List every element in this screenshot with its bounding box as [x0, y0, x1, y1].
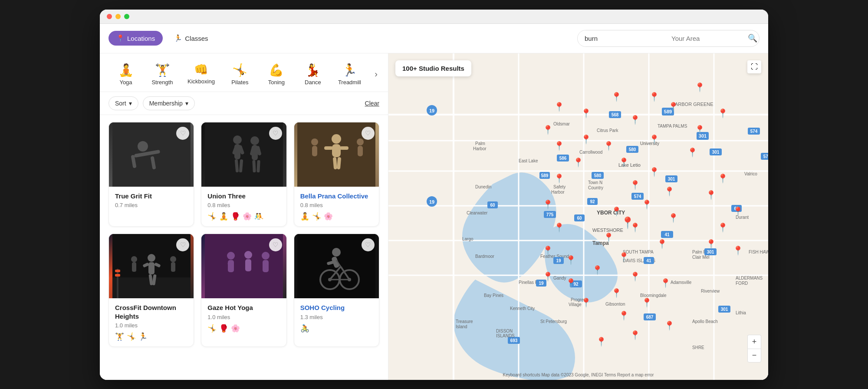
search-button[interactable]: 🔍 [743, 33, 760, 43]
svg-text:301: 301 [699, 133, 707, 138]
svg-rect-22 [324, 146, 333, 150]
pilates-label: Pilates [231, 79, 248, 86]
card-body-bella-prana: Bella Prana Collective 0.8 miles 🧘 🤸 🌸 [294, 187, 379, 227]
clear-button[interactable]: Clear [365, 100, 379, 107]
svg-rect-44 [132, 262, 136, 272]
dance-icon: 💃 [305, 63, 320, 77]
search-input[interactable] [578, 30, 664, 46]
card-name-true-grit: True Grit Fit [115, 192, 187, 201]
svg-text:Harbor: Harbor [473, 146, 487, 151]
card-body-crossfit: CrossFit Downtown Heights 1.0 miles 🏋 🤸 … [109, 298, 194, 346]
tag-cycle: 🚴 [300, 324, 309, 333]
favorite-union-three[interactable]: ♡ [269, 127, 282, 140]
svg-text:19: 19 [556, 258, 561, 263]
pilates-icon: 🤸 [232, 63, 247, 77]
svg-rect-42 [171, 262, 175, 272]
studio-card-soho[interactable]: ♡ SOHO Cycling 1.3 miles 🚴 [294, 234, 379, 347]
svg-text:Palm: Palm [475, 141, 485, 146]
svg-text:ISLANDS: ISLANDS [496, 333, 515, 338]
svg-text:19: 19 [429, 108, 434, 113]
svg-text:92: 92 [573, 282, 579, 287]
svg-rect-33 [115, 270, 120, 272]
svg-rect-27 [312, 146, 317, 156]
close-dot[interactable] [107, 14, 112, 19]
membership-button[interactable]: Membership ▾ [143, 96, 195, 110]
locations-tab[interactable]: 📍 Locations [108, 31, 163, 46]
map-panel: 19 19 589 301 ARBOR GREENE TAMPA PALMS U… [388, 53, 768, 380]
sort-chevron: ▾ [129, 100, 132, 107]
category-kickboxing[interactable]: 👊 Kickboxing [181, 60, 221, 88]
svg-text:Bardmoor: Bardmoor [475, 254, 495, 259]
favorite-soho[interactable]: ♡ [362, 238, 375, 251]
svg-text:St Petersburg: St Petersburg [540, 319, 567, 324]
classes-tab[interactable]: 🏃 Classes [166, 31, 216, 46]
studio-card-crossfit[interactable]: ♡ CrossFit Downtown Heights 1.0 miles 🏋 … [108, 234, 194, 347]
svg-text:FORD: FORD [736, 281, 748, 286]
toning-icon: 💪 [269, 63, 284, 77]
studio-card-bella-prana[interactable]: ♡ Bella Prana Collective 0.8 miles 🧘 🤸 🌸 [294, 122, 379, 227]
map-fullscreen-button[interactable]: ⛶ [747, 60, 761, 73]
app-container: 📍 Locations 🏃 Classes 🔍 ✕ [100, 24, 768, 380]
svg-rect-23 [340, 146, 349, 150]
svg-text:SOUTH TAMPA: SOUTH TAMPA [623, 250, 654, 254]
browser-window: 📍 Locations 🏃 Classes 🔍 ✕ [100, 10, 768, 380]
svg-text:693: 693 [510, 338, 518, 343]
studio-card-gaze[interactable]: ♡ Gaze Hot Yoga 1.0 miles 🤸 🥊 🌸 [201, 234, 286, 347]
card-tags-bella-prana: 🧘 🤸 🌸 [300, 212, 373, 221]
studio-card-true-grit[interactable]: ♡ True Grit Fit 0.7 miles [108, 122, 194, 227]
minimize-dot[interactable] [115, 14, 121, 19]
svg-text:589: 589 [541, 173, 549, 178]
svg-text:Oldsmar: Oldsmar [553, 122, 570, 126]
svg-rect-29 [358, 146, 363, 156]
svg-text:Citrus Park: Citrus Park [597, 128, 618, 133]
category-treadmill[interactable]: 🏃 Treadmill [332, 60, 367, 88]
category-strength[interactable]: 🏋 Strength [145, 60, 180, 88]
svg-point-6 [233, 135, 242, 144]
svg-text:580: 580 [594, 173, 602, 178]
locations-label: Locations [127, 35, 155, 42]
category-next-button[interactable]: › [373, 69, 379, 79]
area-input[interactable] [664, 30, 743, 46]
card-distance-true-grit: 0.7 miles [115, 202, 187, 208]
main-content: 🧘 Yoga 🏋 Strength 👊 Kickboxing � [100, 53, 768, 380]
favorite-gaze[interactable]: ♡ [269, 238, 282, 251]
category-dance[interactable]: 💃 Dance [296, 60, 330, 88]
yoga-label: Yoga [119, 79, 132, 86]
zoom-out-button[interactable]: − [747, 349, 761, 363]
category-yoga[interactable]: 🧘 Yoga [108, 60, 143, 88]
svg-text:Largo: Largo [462, 237, 473, 241]
card-body-true-grit: True Grit Fit 0.7 miles [109, 187, 194, 218]
svg-text:Country: Country [588, 185, 603, 190]
map-attribution: Keyboard shortcuts Map data ©2023 Google… [503, 373, 654, 377]
map-zoom-controls: + − [747, 335, 761, 363]
svg-text:Lithia: Lithia [736, 310, 746, 315]
favorite-true-grit[interactable]: ♡ [176, 127, 189, 140]
svg-text:568: 568 [612, 112, 619, 117]
svg-text:Riverview: Riverview [701, 289, 720, 293]
browser-chrome [100, 10, 768, 24]
zoom-in-button[interactable]: + [747, 335, 761, 349]
svg-point-52 [262, 252, 270, 260]
tag-1: 🤸 [207, 212, 217, 221]
studio-card-union-three[interactable]: ♡ Union Three 0.8 miles 🤸 🧘 🥊 🌸 🤼 [201, 122, 286, 227]
category-toning[interactable]: 💪 Toning [259, 60, 294, 88]
nav-tabs: 📍 Locations 🏃 Classes [108, 31, 216, 46]
maximize-dot[interactable] [124, 14, 129, 19]
studio-grid: ♡ True Grit Fit 0.7 miles [100, 115, 388, 354]
favorite-bella-prana[interactable]: ♡ [362, 127, 375, 140]
card-tags-soho: 🚴 [300, 324, 373, 333]
pin-icon: 📍 [116, 34, 125, 42]
card-distance-bella-prana: 0.8 miles [300, 202, 373, 208]
category-pilates[interactable]: 🤸 Pilates [223, 60, 257, 88]
strength-label: Strength [151, 79, 173, 86]
svg-text:Durant: Durant [736, 215, 749, 220]
svg-text:574: 574 [750, 129, 758, 134]
tag-4: 🌸 [243, 212, 252, 221]
card-body-gaze: Gaze Hot Yoga 1.0 miles 🤸 🥊 🌸 [201, 298, 286, 338]
card-image-crossfit: ♡ [109, 234, 194, 298]
sort-button[interactable]: Sort ▾ [108, 96, 138, 110]
kickboxing-label: Kickboxing [187, 78, 215, 85]
sort-label: Sort [115, 100, 126, 107]
svg-text:YBOR CITY: YBOR CITY [597, 210, 625, 216]
card-image-gaze: ♡ [201, 234, 286, 298]
